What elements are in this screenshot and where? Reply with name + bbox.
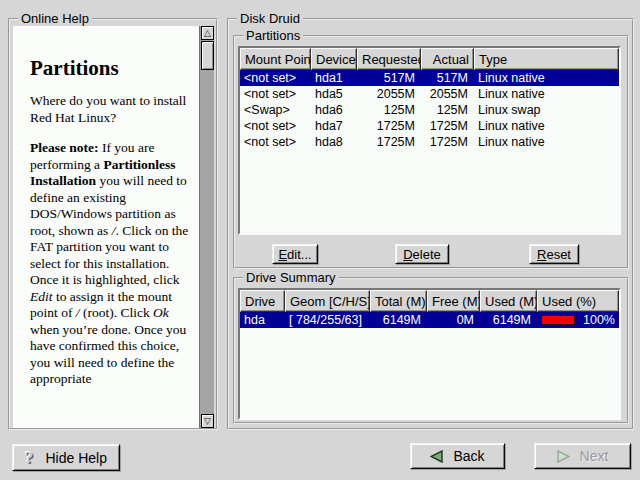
- type-cell: Linux swap: [474, 103, 619, 117]
- device-cell: hda5: [311, 87, 357, 101]
- partition-row-hda8[interactable]: <not set> hda8 1725M 1725M Linux native: [240, 134, 619, 150]
- help-title: Partitions: [30, 56, 193, 80]
- requested-cell: 125M: [357, 103, 421, 117]
- type-cell: Linux native: [474, 119, 619, 133]
- hide-help-label: Hide Help: [46, 450, 107, 466]
- column-header-type[interactable]: Type: [474, 48, 619, 70]
- back-label: Back: [453, 448, 484, 464]
- reset-button[interactable]: Reset: [529, 244, 579, 264]
- drive-cell: hda: [240, 313, 285, 327]
- free-cell: 0M: [427, 313, 480, 327]
- column-header-device[interactable]: Device: [311, 48, 357, 70]
- online-help-panel: Online Help Partitions Where do you want…: [8, 18, 218, 430]
- partitions-group: Partitions Mount Point Device Requested …: [233, 35, 629, 269]
- delete-label: elete: [413, 247, 441, 262]
- used-pct-value: 100%: [583, 313, 615, 327]
- actual-cell: 517M: [421, 71, 474, 85]
- drive-summary-header-row: Drive Geom [C/H/S] Total (M) Free (M) Us…: [240, 290, 619, 312]
- requested-cell: 1725M: [357, 119, 421, 133]
- mount-point-cell: <not set>: [240, 135, 311, 149]
- help-note-italic: Edit: [30, 289, 53, 304]
- partitions-frame-label: Partitions: [243, 28, 303, 43]
- requested-cell: 2055M: [357, 87, 421, 101]
- used-percent-bar: [541, 315, 575, 325]
- help-note-italic: Ok: [153, 305, 169, 320]
- help-content: Partitions Where do you want to install …: [13, 26, 199, 402]
- next-arrow-icon: [557, 450, 570, 463]
- edit-mnemonic: E: [278, 247, 287, 262]
- next-button[interactable]: Next: [534, 443, 631, 469]
- type-cell: Linux native: [474, 71, 619, 85]
- scroll-up-icon[interactable]: △: [201, 26, 214, 40]
- column-header-mount-point[interactable]: Mount Point: [240, 48, 311, 70]
- reset-mnemonic: R: [537, 247, 546, 262]
- scrollbar-thumb[interactable]: [201, 41, 214, 70]
- partition-row-hda5[interactable]: <not set> hda5 2055M 2055M Linux native: [240, 86, 619, 102]
- partition-row-hda1[interactable]: <not set> hda1 517M 517M Linux native: [240, 70, 619, 86]
- back-button[interactable]: Back: [410, 443, 505, 469]
- requested-cell: 1725M: [357, 135, 421, 149]
- edit-label: dit...: [287, 247, 312, 262]
- disk-druid-panel: Disk Druid Partitions Mount Point Device…: [227, 18, 634, 430]
- back-arrow-icon: [430, 450, 443, 463]
- column-header-free[interactable]: Free (M): [427, 290, 480, 312]
- help-intro-paragraph: Where do you want to install Red Hat Lin…: [30, 93, 193, 126]
- actual-cell: 1725M: [421, 119, 474, 133]
- partition-row-hda6[interactable]: <Swap> hda6 125M 125M Linux swap: [240, 102, 619, 118]
- reset-label: eset: [546, 247, 571, 262]
- actual-cell: 1725M: [421, 135, 474, 149]
- drive-summary-table: Drive Geom [C/H/S] Total (M) Free (M) Us…: [238, 288, 621, 420]
- requested-cell: 517M: [357, 71, 421, 85]
- actual-cell: 125M: [421, 103, 474, 117]
- question-mark-icon: ?: [25, 448, 34, 468]
- help-note-text: (root). Click: [80, 305, 154, 320]
- partition-row-hda7[interactable]: <not set> hda7 1725M 1725M Linux native: [240, 118, 619, 134]
- hide-help-button[interactable]: ? Hide Help: [12, 444, 120, 471]
- column-header-requested[interactable]: Requested: [357, 48, 421, 70]
- delete-mnemonic: D: [403, 247, 412, 262]
- type-cell: Linux native: [474, 87, 619, 101]
- mount-point-cell: <Swap>: [240, 103, 311, 117]
- partitions-table: Mount Point Device Requested Actual Type…: [238, 46, 621, 235]
- geom-cell: [ 784/255/63]: [285, 313, 370, 327]
- column-header-used-m[interactable]: Used (M): [480, 290, 537, 312]
- device-cell: hda6: [311, 103, 357, 117]
- online-help-frame-label: Online Help: [18, 11, 92, 26]
- mount-point-cell: <not set>: [240, 87, 311, 101]
- used-pct-cell: 100%: [537, 313, 619, 327]
- next-label: Next: [580, 448, 609, 464]
- help-text-viewport: Partitions Where do you want to install …: [13, 26, 214, 428]
- column-header-used-pct[interactable]: Used (%): [537, 290, 619, 312]
- scroll-down-icon[interactable]: ▽: [201, 414, 214, 428]
- device-cell: hda7: [311, 119, 357, 133]
- device-cell: hda8: [311, 135, 357, 149]
- partitions-header-row: Mount Point Device Requested Actual Type: [240, 48, 619, 70]
- edit-button[interactable]: Edit...: [272, 244, 318, 264]
- drive-summary-frame-label: Drive Summary: [243, 270, 339, 285]
- help-note-paragraph: Please note: If you are performing a Par…: [30, 140, 193, 388]
- column-header-total[interactable]: Total (M): [370, 290, 427, 312]
- drive-row-hda[interactable]: hda [ 784/255/63] 6149M 0M 6149M 100%: [240, 312, 619, 328]
- mount-point-cell: <not set>: [240, 71, 311, 85]
- mount-point-cell: <not set>: [240, 119, 311, 133]
- help-scrollbar[interactable]: △ ▽: [199, 26, 214, 428]
- drive-summary-group: Drive Summary Drive Geom [C/H/S] Total (…: [233, 277, 629, 424]
- delete-button[interactable]: Delete: [395, 244, 449, 264]
- used-m-cell: 6149M: [480, 313, 537, 327]
- device-cell: hda1: [311, 71, 357, 85]
- column-header-geom[interactable]: Geom [C/H/S]: [285, 290, 370, 312]
- help-note-text: when you’re done. Once you have confirme…: [30, 322, 186, 387]
- column-header-drive[interactable]: Drive: [240, 290, 285, 312]
- disk-druid-frame-label: Disk Druid: [237, 11, 303, 26]
- type-cell: Linux native: [474, 135, 619, 149]
- column-header-actual[interactable]: Actual: [421, 48, 474, 70]
- total-cell: 6149M: [370, 313, 427, 327]
- help-note-bold: Please note:: [30, 140, 99, 155]
- actual-cell: 2055M: [421, 87, 474, 101]
